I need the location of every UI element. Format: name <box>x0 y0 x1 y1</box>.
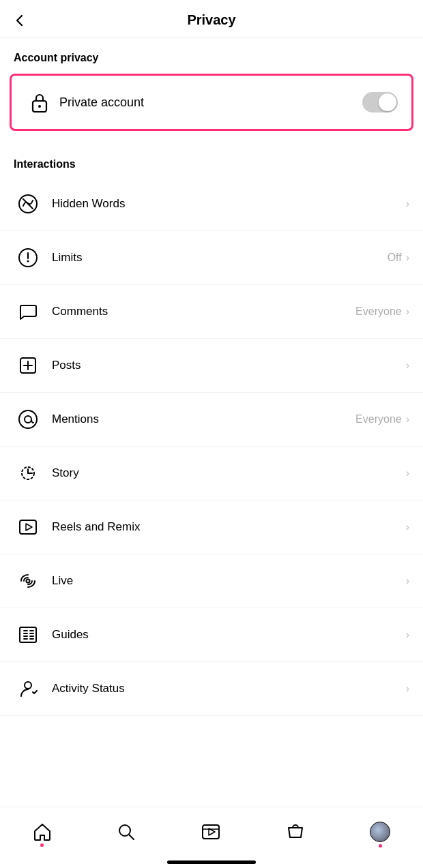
live-label: Live <box>52 574 406 588</box>
search-icon <box>117 822 136 841</box>
activity-status-icon <box>14 674 42 703</box>
svg-rect-18 <box>20 627 36 642</box>
private-account-row[interactable]: Private account <box>10 74 413 131</box>
back-button[interactable] <box>12 13 27 28</box>
lock-icon <box>25 88 54 117</box>
limits-value: Off <box>388 252 402 264</box>
svg-line-29 <box>130 835 134 839</box>
reels-nav-icon <box>201 822 220 841</box>
profile-avatar <box>370 822 390 842</box>
interactions-section: Interactions Hidden Words › Limits Off › <box>0 140 423 716</box>
chevron-icon: › <box>406 575 409 587</box>
posts-row[interactable]: Posts › <box>0 339 423 393</box>
chevron-icon: › <box>406 521 409 533</box>
bottom-nav <box>0 807 423 868</box>
account-privacy-section: Account privacy Private account <box>0 38 423 131</box>
svg-point-17 <box>27 580 30 583</box>
nav-reels[interactable] <box>201 822 220 841</box>
hidden-words-icon <box>14 190 42 218</box>
nav-shop[interactable] <box>286 822 305 841</box>
private-account-toggle[interactable] <box>362 92 398 113</box>
nav-home[interactable] <box>33 822 52 841</box>
story-row[interactable]: Story › <box>0 447 423 500</box>
live-row[interactable]: Live › <box>0 554 423 608</box>
limits-icon <box>14 243 42 272</box>
limits-label: Limits <box>52 251 388 265</box>
comments-icon <box>14 297 42 326</box>
account-privacy-label: Account privacy <box>0 38 423 71</box>
limits-row[interactable]: Limits Off › <box>0 231 423 285</box>
profile-dot <box>379 844 382 848</box>
private-account-label: Private account <box>59 95 362 110</box>
chevron-icon: › <box>406 413 409 425</box>
mentions-row[interactable]: Mentions Everyone › <box>0 393 423 447</box>
chevron-icon: › <box>406 305 409 318</box>
mentions-value: Everyone <box>355 413 402 425</box>
comments-value: Everyone <box>355 305 402 318</box>
svg-point-1 <box>38 105 41 108</box>
home-icon <box>33 822 52 841</box>
page-title: Privacy <box>187 12 235 28</box>
chevron-icon: › <box>406 467 409 479</box>
story-icon <box>14 459 42 488</box>
chevron-icon: › <box>406 683 409 695</box>
interactions-label: Interactions <box>0 145 423 177</box>
svg-marker-16 <box>26 524 32 530</box>
comments-row[interactable]: Comments Everyone › <box>0 285 423 339</box>
posts-label: Posts <box>52 359 406 372</box>
reels-remix-row[interactable]: Reels and Remix › <box>0 500 423 554</box>
home-dot <box>40 843 44 847</box>
svg-point-28 <box>119 825 130 836</box>
live-icon <box>14 567 42 595</box>
svg-rect-15 <box>20 520 36 534</box>
svg-point-11 <box>25 416 31 423</box>
activity-status-row[interactable]: Activity Status › <box>0 662 423 716</box>
svg-point-6 <box>27 260 29 263</box>
chevron-icon: › <box>406 198 409 210</box>
svg-rect-30 <box>203 825 219 839</box>
chevron-icon: › <box>406 629 409 641</box>
nav-search[interactable] <box>117 822 136 841</box>
chevron-icon: › <box>406 252 409 264</box>
home-indicator <box>167 860 256 864</box>
header: Privacy <box>0 0 423 38</box>
posts-icon <box>14 351 42 380</box>
activity-status-label: Activity Status <box>52 682 406 695</box>
guides-icon <box>14 620 42 649</box>
chevron-icon: › <box>406 359 409 372</box>
toggle-knob <box>379 93 396 111</box>
shop-icon <box>286 822 305 841</box>
mentions-label: Mentions <box>52 413 355 426</box>
svg-point-10 <box>19 410 37 428</box>
reels-remix-label: Reels and Remix <box>52 520 406 534</box>
nav-profile[interactable] <box>370 822 390 842</box>
hidden-words-row[interactable]: Hidden Words › <box>0 177 423 231</box>
guides-label: Guides <box>52 628 406 642</box>
svg-point-27 <box>25 682 31 689</box>
guides-row[interactable]: Guides › <box>0 608 423 662</box>
reels-remix-icon <box>14 513 42 541</box>
comments-label: Comments <box>52 305 355 318</box>
mentions-icon <box>14 405 42 434</box>
hidden-words-label: Hidden Words <box>52 197 406 211</box>
story-label: Story <box>52 466 406 480</box>
